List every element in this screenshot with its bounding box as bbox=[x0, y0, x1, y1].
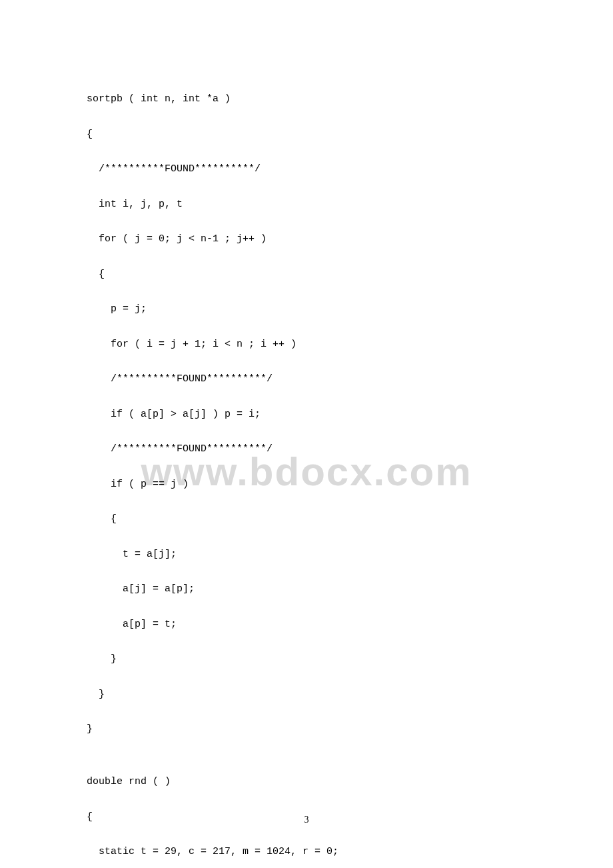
code-line: for ( j = 0; j < n-1 ; j++ ) bbox=[87, 231, 526, 248]
code-line: for ( i = j + 1; i < n ; i ++ ) bbox=[87, 336, 526, 353]
code-line: sortpb ( int n, int *a ) bbox=[87, 91, 526, 108]
code-line: if ( a[p] > a[j] ) p = i; bbox=[87, 406, 526, 423]
code-line: } bbox=[87, 721, 526, 738]
code-line: a[p] = t; bbox=[87, 616, 526, 633]
code-line: p = j; bbox=[87, 301, 526, 318]
code-line: } bbox=[87, 651, 526, 668]
code-line: { bbox=[87, 809, 526, 826]
code-line: { bbox=[87, 511, 526, 528]
code-line: /**********FOUND**********/ bbox=[87, 441, 526, 458]
code-line: } bbox=[87, 686, 526, 703]
code-line: a[j] = a[p]; bbox=[87, 581, 526, 598]
code-line: { bbox=[87, 266, 526, 283]
code-line: int i, j, p, t bbox=[87, 196, 526, 213]
code-line: double rnd ( ) bbox=[87, 773, 526, 791]
code-document-body: sortpb ( int n, int *a ) { /**********FO… bbox=[0, 0, 613, 868]
code-line: static t = 29, c = 217, m = 1024, r = 0; bbox=[87, 843, 526, 861]
code-line: /**********FOUND**********/ bbox=[87, 161, 526, 178]
code-line: if ( p == j ) bbox=[87, 476, 526, 493]
code-line: { bbox=[87, 126, 526, 143]
code-line: t = a[j]; bbox=[87, 546, 526, 563]
code-line: /**********FOUND**********/ bbox=[87, 371, 526, 388]
